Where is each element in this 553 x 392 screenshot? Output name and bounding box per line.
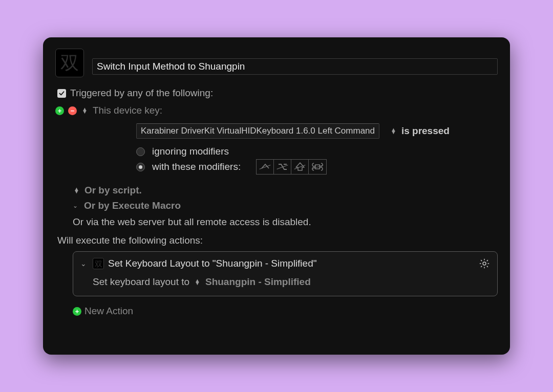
macro-title-input[interactable] [92,58,498,75]
chevron-down-icon: ⌄ [73,202,78,209]
header-row: 双 [55,49,498,77]
web-server-note: Or via the web server but all remote acc… [73,216,498,228]
with-modifiers-row: with these modifiers: [136,159,498,175]
option-modifier-icon[interactable] [274,160,291,174]
triggered-by-row: Triggered by any of the following: [57,88,498,99]
device-key-label: This device key: [93,105,162,116]
or-by-script-row[interactable]: ▲▼ Or by script. [73,185,498,196]
is-pressed-label: is pressed [401,125,450,137]
check-icon [58,90,65,97]
new-action-label: New Action [84,306,133,317]
chevron-down-icon[interactable]: ⌄ [80,259,87,268]
macro-editor-panel: 双 Triggered by any of the following: + −… [43,37,510,355]
or-by-script-label: Or by script. [84,185,142,196]
device-key-row: + − ▲▼ This device key: [55,105,498,116]
modifier-selector[interactable] [256,159,327,175]
action-sub-prefix: Set keyboard layout to [93,276,189,288]
svg-line-6 [487,266,488,267]
add-action-button[interactable]: + [73,307,81,316]
or-by-execute-macro-label: Or by Execute Macro [84,200,181,211]
remove-trigger-button[interactable]: − [68,106,77,115]
gear-icon[interactable] [479,258,490,269]
triggered-checkbox[interactable] [57,89,66,98]
stepper-icon[interactable]: ▲▼ [82,108,88,113]
with-modifiers-radio[interactable] [136,163,145,171]
action-icon: 双 [93,258,104,269]
triggered-label: Triggered by any of the following: [70,88,213,99]
action-item[interactable]: ⌄ 双 Set Keyboard Layout to "Shuangpin - … [73,251,498,296]
device-key-value: Karabiner DriverKit VirtualHIDKeyboard 1… [141,126,375,136]
device-key-select[interactable]: Karabiner DriverKit VirtualHIDKeyboard 1… [136,123,379,139]
ignoring-modifiers-label: ignoring modifiers [152,146,229,157]
svg-point-0 [483,262,486,265]
control-modifier-icon[interactable] [257,160,274,174]
macro-icon-glyph: 双 [60,54,79,72]
stepper-icon: ▲▼ [74,188,79,193]
action-icon-glyph: 双 [95,260,102,268]
or-by-execute-macro-row[interactable]: ⌄ Or by Execute Macro [73,200,498,211]
layout-stepper[interactable]: ▲▼ [195,279,200,285]
ignoring-modifiers-row: ignoring modifiers [136,146,498,157]
action-detail-row: Set keyboard layout to ▲▼ Shuangpin - Si… [93,276,490,288]
svg-line-8 [487,260,488,261]
command-modifier-icon[interactable] [309,160,326,174]
svg-line-7 [481,266,482,267]
svg-line-5 [481,260,482,261]
add-trigger-button[interactable]: + [55,106,64,115]
device-value-row: Karabiner DriverKit VirtualHIDKeyboard 1… [136,123,498,139]
action-title: Set Keyboard Layout to "Shuangpin - Simp… [108,258,316,269]
pressed-stepper[interactable]: ▲▼ [391,128,396,134]
ignoring-modifiers-radio[interactable] [136,147,145,156]
shift-modifier-icon[interactable] [291,160,309,174]
action-header: ⌄ 双 Set Keyboard Layout to "Shuangpin - … [80,258,490,269]
will-execute-label: Will execute the following actions: [57,235,498,246]
layout-name: Shuangpin - Simplified [205,276,311,288]
with-modifiers-label: with these modifiers: [152,161,241,172]
macro-icon[interactable]: 双 [55,49,84,77]
new-action-row[interactable]: + New Action [73,306,498,317]
